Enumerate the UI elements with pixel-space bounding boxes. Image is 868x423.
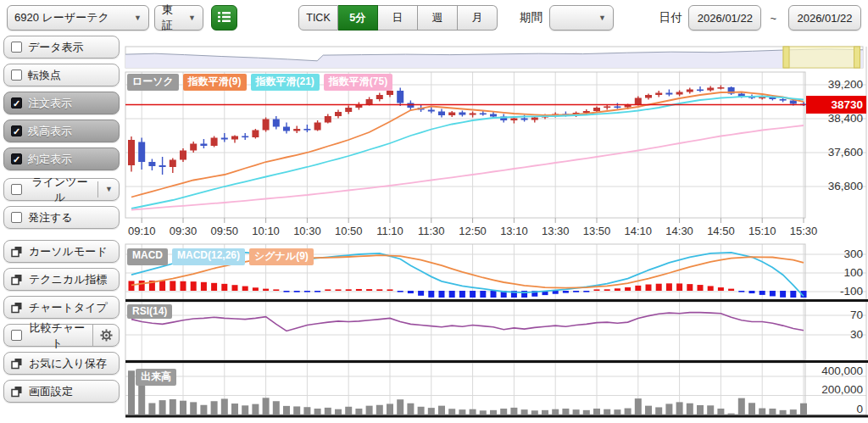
- macd-histogram-bar: [387, 289, 393, 291]
- navigator-handle-right[interactable]: [854, 47, 860, 68]
- volume-bar: [387, 404, 393, 415]
- macd-histogram-bar: [780, 291, 786, 298]
- cursor-mode-button[interactable]: カーソルモード: [3, 240, 120, 263]
- chevron-down-icon: ▼: [188, 14, 196, 22]
- y-tick-label: 70: [850, 309, 863, 321]
- volume-bar: [521, 409, 528, 415]
- candle: [490, 114, 497, 117]
- volume-panel: [128, 370, 807, 415]
- candle: [459, 113, 465, 115]
- technical-indicator-button[interactable]: テクニカル指標: [3, 268, 120, 291]
- volume-bar: [345, 407, 352, 415]
- chevron-down-icon[interactable]: ▼: [97, 181, 115, 198]
- volume-bar: [780, 410, 787, 415]
- volume-bar: [325, 408, 331, 415]
- chart-canvas[interactable]: 09:1009:3009:5010:1010:3010:5011:1011:30…: [0, 0, 868, 423]
- candle: [366, 99, 373, 105]
- turning-point-button[interactable]: 転換点: [3, 64, 120, 86]
- volume-bar: [170, 399, 176, 415]
- legend-main: ローソク指数平滑(9)指数平滑(21)指数平滑(75): [127, 74, 392, 91]
- gear-icon[interactable]: [92, 325, 115, 346]
- macd-histogram-bar: [749, 291, 755, 293]
- navigator-selection[interactable]: [783, 47, 860, 68]
- sidebar-item-label: お気に入り保存: [29, 356, 107, 371]
- interval-button-TICK[interactable]: TICK: [298, 5, 338, 31]
- time-tick-label: 15:10: [748, 225, 776, 237]
- legend-badge[interactable]: 指数平滑(21): [251, 74, 320, 91]
- legend-badge[interactable]: 出来高: [136, 369, 176, 386]
- date-from-input[interactable]: 2026/01/22: [688, 5, 761, 31]
- macd-histogram-bar: [480, 291, 486, 298]
- favorite-save-button[interactable]: お気に入り保存: [3, 352, 120, 375]
- interval-button-月[interactable]: 月: [458, 5, 498, 31]
- checkbox-icon: [11, 42, 22, 53]
- balance-display-button[interactable]: ✓残高表示: [3, 120, 120, 142]
- macd-histogram-bar: [708, 286, 714, 291]
- y-tick-label: 300: [843, 248, 863, 260]
- period-select[interactable]: ▼: [549, 5, 614, 31]
- legend-badge[interactable]: MACD(12,26): [172, 248, 245, 265]
- macd-histogram-bar: [583, 291, 589, 292]
- volume-bar: [211, 401, 218, 415]
- time-tick-label: 11:30: [418, 225, 445, 237]
- date-to-input[interactable]: 2026/01/22: [788, 5, 861, 31]
- chart-type-button[interactable]: チャートタイプ: [3, 296, 120, 319]
- time-tick-label: 10:50: [335, 225, 363, 237]
- volume-bar: [490, 410, 497, 415]
- volume-bar: [562, 409, 569, 415]
- interval-button-日[interactable]: 日: [378, 5, 418, 31]
- checkbox-icon: ✓: [11, 125, 22, 136]
- checkbox-icon: ✓: [11, 153, 22, 164]
- volume-bar: [459, 409, 465, 415]
- compare-chart-button[interactable]: 比較チャート: [3, 324, 120, 347]
- legend-badge[interactable]: 指数平滑(75): [324, 74, 392, 91]
- navigator-handle-left[interactable]: [783, 47, 789, 68]
- time-tick-label: 09:50: [211, 225, 239, 237]
- macd-histogram-bar: [615, 288, 620, 291]
- symbol-list-button[interactable]: [211, 5, 237, 31]
- legend-badge[interactable]: MACD: [127, 248, 168, 265]
- legend-badge[interactable]: ローソク: [127, 74, 179, 91]
- place-order-button[interactable]: 発注する: [3, 206, 120, 229]
- y-tick-label: -100: [840, 285, 863, 298]
- data-display-button[interactable]: データ表示: [3, 36, 120, 58]
- legend-badge[interactable]: 指数平滑(9): [183, 74, 247, 91]
- exchange-select[interactable]: 東証 ▼: [154, 5, 203, 31]
- macd-histogram-bar: [439, 291, 445, 298]
- legend-badge[interactable]: シグナル(9): [249, 248, 314, 265]
- time-tick-label: 13:10: [500, 225, 528, 237]
- interval-button-週[interactable]: 週: [418, 5, 458, 31]
- volume-bar: [221, 398, 228, 415]
- candle: [655, 93, 662, 96]
- candle: [335, 112, 342, 116]
- volume-bar: [531, 410, 538, 415]
- legend-badge[interactable]: RSI(14): [127, 304, 172, 319]
- macd-histogram-bar: [728, 289, 734, 291]
- volume-bar: [614, 409, 620, 415]
- candles: [128, 86, 807, 175]
- candle: [387, 91, 393, 95]
- macd-histogram-bar: [211, 283, 217, 291]
- candle: [635, 98, 642, 105]
- execution-display-button[interactable]: ✓約定表示: [3, 147, 120, 170]
- volume-bar: [480, 410, 487, 415]
- volume-bar: [604, 409, 610, 415]
- candle: [180, 151, 186, 160]
- order-display-button[interactable]: ✓注文表示: [3, 92, 120, 114]
- interval-button-5分[interactable]: 5分: [338, 5, 378, 31]
- sidebar-item-label: 注文表示: [28, 96, 72, 111]
- volume-bar: [366, 406, 373, 415]
- symbol-select[interactable]: 6920 レーザーテク ▼: [7, 5, 149, 31]
- candle: [190, 144, 197, 151]
- macd-histogram-bar: [356, 289, 362, 291]
- candle: [780, 99, 787, 101]
- volume-bar: [593, 409, 600, 415]
- candle: [697, 90, 704, 92]
- line-tool-button[interactable]: ラインツール▼: [3, 178, 120, 201]
- checkbox-icon: ✓: [11, 97, 22, 109]
- chevron-down-icon: ▼: [134, 14, 142, 22]
- legend-rsi: RSI(14): [127, 304, 172, 319]
- time-tick-label: 13:50: [583, 225, 611, 237]
- screen-settings-button[interactable]: 画面設定: [3, 380, 120, 403]
- macd-histogram-bar: [242, 287, 248, 291]
